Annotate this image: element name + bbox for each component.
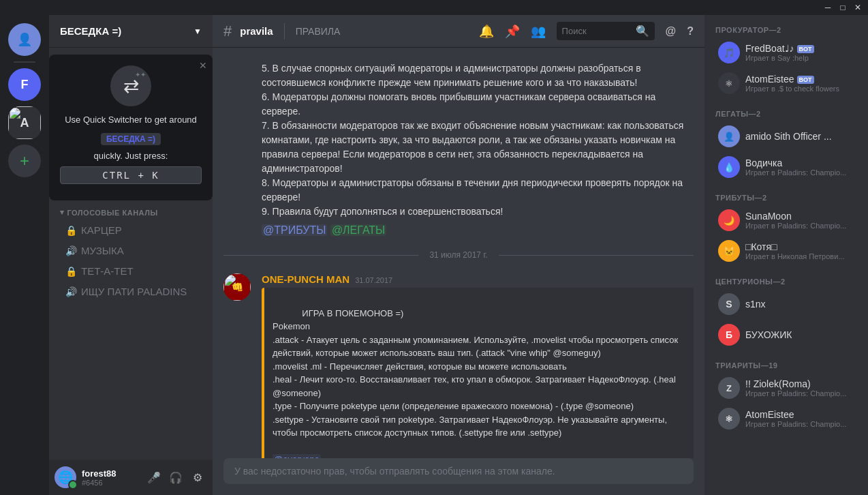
mentions-line: @ТРИБУТЫ @ЛЕГАТЫ xyxy=(262,224,694,237)
deafen-button[interactable]: 🎧 xyxy=(166,468,185,487)
vodichka-avatar: 💧 xyxy=(718,156,740,178)
quick-switcher-close[interactable]: ✕ xyxy=(199,60,207,71)
user-area: 🌐 forest88 #6456 🎤 🎧 ⚙ xyxy=(49,460,213,495)
right-sidebar: ПРОКУРАТОР—2 🎵 FredBoat♩♪BOT Играет в Sa… xyxy=(704,15,868,495)
pin-icon[interactable]: 📌 xyxy=(505,24,520,39)
server-icon-add[interactable]: + xyxy=(8,145,41,177)
member-sunamoon[interactable]: 🌙 SunaMoon Играет в Paladins: Champio... xyxy=(710,205,863,235)
channel-header-topic: ПРАВИЛА xyxy=(296,26,341,37)
member-fredboat[interactable]: 🎵 FredBoat♩♪BOT Играет в Say :help xyxy=(710,38,863,68)
voice-channel-tet[interactable]: 🔒 ТЕТ-А-ТЕТ xyxy=(55,261,207,281)
main-layout: 👤 F A + БЕСЕДКА =) ▼ ✕ xyxy=(0,15,868,495)
channel-hash-icon: # xyxy=(223,22,232,40)
section-header-tributary: ТРИБУТЫ—2 xyxy=(704,183,868,205)
atom-name: AtomEistee xyxy=(745,409,857,420)
server-dropdown-icon: ▼ xyxy=(193,27,202,36)
channel-header-icons: 🔔 📌 👥 🔍 @ ? xyxy=(479,22,694,40)
atom-avatar: ⚛ xyxy=(718,408,740,430)
atom-status: Играет в Paladins: Champio... xyxy=(745,420,857,428)
voice-channel-name-muzyka: МУЗЫКА xyxy=(81,245,124,256)
server-name-label: БЕСЕДКА =) xyxy=(60,25,121,37)
ziolek-name: !! Ziolek(Roma) xyxy=(745,378,857,389)
user-avatar: 🌐 xyxy=(55,466,76,488)
kotya-name: □Котя□ xyxy=(745,241,857,252)
message-input xyxy=(234,466,683,477)
bot2-name: AtomEisteeBOT xyxy=(745,74,857,85)
maximize-button[interactable]: □ xyxy=(838,3,848,12)
section-header-legaty: ЛЕГАТЫ—2 xyxy=(704,99,868,121)
quick-switcher-overlay: ✕ ⇄ ✦✦ Use Quick Switcher to get around … xyxy=(49,55,213,200)
section-header-triarites: ТРИАРИТЫ—19 xyxy=(704,350,868,372)
s1nx-avatar: S xyxy=(718,293,740,315)
voice-channel-pati[interactable]: 🔊 ИЩУ ПАТИ PALADINS xyxy=(55,282,207,301)
message-box xyxy=(223,458,694,484)
channel-header: # pravila ПРАВИЛА 🔔 📌 👥 🔍 @ ? xyxy=(213,15,704,48)
opm-author: ONE-PUNCH MAN xyxy=(262,273,350,285)
bell-icon[interactable]: 🔔 xyxy=(479,24,494,39)
opm-everyone-mention[interactable]: @everyone xyxy=(273,454,321,458)
qs-server-label: БЕСЕДКА =) xyxy=(101,133,161,145)
search-input[interactable] xyxy=(562,26,630,36)
vodichka-info: Водичка Играет в Paladins: Champio... xyxy=(745,158,857,177)
voice-channels-label: ГОЛОСОВЫЕ КАНАЛЫ xyxy=(67,209,158,217)
s1nx-info: s1nx xyxy=(745,299,857,310)
buhozhik-info: БУХОЖИК xyxy=(745,329,857,340)
bot-badge: BOT xyxy=(797,45,814,53)
kotya-info: □Котя□ Играет в Николая Петрови... xyxy=(745,241,857,260)
at-icon[interactable]: @ xyxy=(666,25,677,38)
member-buhozhik[interactable]: Б БУХОЖИК xyxy=(710,320,863,350)
rules-message: 5. В случае спорных ситуаций модераторы … xyxy=(213,59,704,239)
member-bot2[interactable]: ⚛ AtomEisteeBOT Играет в .$ to check flo… xyxy=(710,68,863,98)
mute-button[interactable]: 🎤 xyxy=(144,468,164,487)
server-name-bar[interactable]: БЕСЕДКА =) ▼ xyxy=(49,15,213,48)
server-icon-f[interactable]: F xyxy=(8,68,41,101)
sunamoon-name: SunaMoon xyxy=(745,211,857,222)
quick-switcher-title: Use Quick Switcher to get around xyxy=(60,115,202,125)
server-icon-dms[interactable]: 👤 xyxy=(8,23,41,56)
content-area: # pravila ПРАВИЛА 🔔 📌 👥 🔍 @ ? xyxy=(213,15,704,495)
tributes-mention[interactable]: @ТРИБУТЫ xyxy=(262,224,327,236)
section-triarites: ТРИАРИТЫ—19 Z !! Ziolek(Roma) Играет в P… xyxy=(704,350,868,434)
sunamoon-status: Играет в Paladins: Champio... xyxy=(745,222,857,230)
section-tributary: ТРИБУТЫ—2 🌙 SunaMoon Играет в Paladins: … xyxy=(704,183,868,266)
voice-channel-muzyka[interactable]: 🔊 МУЗЫКА xyxy=(55,241,207,260)
voice-channel-name-karcer: КАРЦЕР xyxy=(81,224,122,236)
member-kotya[interactable]: 🐱 □Котя□ Играет в Николая Петрови... xyxy=(710,236,863,266)
message-box-area xyxy=(213,458,704,495)
help-icon[interactable]: ? xyxy=(687,25,694,38)
buhozhik-avatar: Б xyxy=(718,324,740,346)
user-controls: 🎤 🎧 ⚙ xyxy=(144,468,207,487)
message-opm-july: 👊 ONE-PUNCH MAN 31.07.2017 ИГРА В ПОКЕМО… xyxy=(213,271,704,458)
channel-sidebar: БЕСЕДКА =) ▼ ✕ ⇄ ✦✦ Use Quick Switcher t… xyxy=(49,15,213,495)
opm-avatar: 👊 xyxy=(223,273,251,301)
bot2-avatar: ⚛ xyxy=(718,72,740,94)
header-divider xyxy=(284,23,285,40)
legaty-mention[interactable]: @ЛЕГАТЫ xyxy=(330,224,386,236)
section-legaty: ЛЕГАТЫ—2 👤 amido Sith Officer ... 💧 Води… xyxy=(704,99,868,182)
voice-icon-tet: 🔒 xyxy=(65,266,77,277)
server-icon-a[interactable]: A xyxy=(8,106,41,139)
minimize-button[interactable]: ─ xyxy=(823,3,833,12)
member-s1nx[interactable]: S s1nx xyxy=(710,289,863,319)
qs-kbd: CTRL + K xyxy=(60,166,202,184)
close-button[interactable]: ✕ xyxy=(853,3,863,12)
voice-channel-name-tet: ТЕТ-А-ТЕТ xyxy=(81,265,134,277)
add-server-icon: + xyxy=(20,151,29,170)
member-ziolek[interactable]: Z !! Ziolek(Roma) Играет в Paladins: Cha… xyxy=(710,373,863,403)
search-box[interactable]: 🔍 xyxy=(557,22,655,40)
opm-timestamp: 31.07.2017 xyxy=(355,276,392,284)
voice-channel-karcer[interactable]: 🔒 КАРЦЕР xyxy=(55,220,207,240)
amido-avatar: 👤 xyxy=(718,125,740,147)
members-icon[interactable]: 👥 xyxy=(531,24,546,39)
user-name: forest88 xyxy=(82,468,139,479)
settings-button[interactable]: ⚙ xyxy=(188,468,207,487)
member-vodichka[interactable]: 💧 Водичка Играет в Paladins: Champio... xyxy=(710,152,863,182)
section-header-centurions: ЦЕНТУРИОНЫ—2 xyxy=(704,267,868,288)
amido-name: amido Sith Officer ... xyxy=(745,131,857,142)
member-amido[interactable]: 👤 amido Sith Officer ... xyxy=(710,121,863,151)
bot2-status: Играет в .$ to check flowers xyxy=(745,85,857,93)
opm-embed-text: ИГРА В ПОКЕМОНОВ =) Pokemon .attack - Ат… xyxy=(273,308,681,438)
vodichka-name: Водичка xyxy=(745,158,857,168)
opm-embed: ИГРА В ПОКЕМОНОВ =) Pokemon .attack - Ат… xyxy=(262,288,694,458)
member-atom[interactable]: ⚛ AtomEistee Играет в Paladins: Champio.… xyxy=(710,404,863,434)
